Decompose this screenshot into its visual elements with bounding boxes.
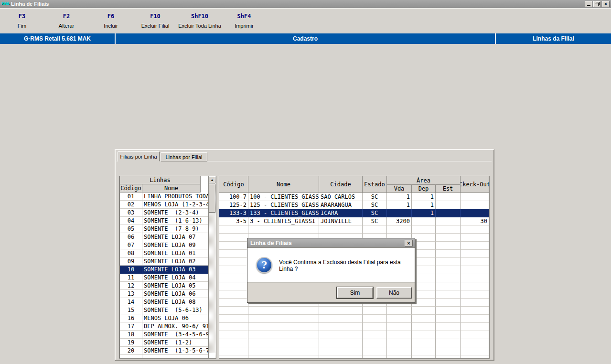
table-cell-codigo [219,250,248,258]
filiais-col-dep: Dep [412,185,436,193]
table-row[interactable]: 09SOMENTE LOJA 02 [120,257,208,266]
sim-button[interactable]: Sim [337,287,373,299]
scrollbar-thumb[interactable] [209,184,215,213]
table-cell-dep: 1 [412,209,436,217]
table-cell-dep [412,331,436,339]
toolbar-item-excluir-toda-linha[interactable]: ShF10 Excluir Toda Linha [177,13,222,29]
close-button[interactable]: × [602,1,610,7]
table-row[interactable]: 15SOMENTE (5-6-13) [120,306,208,314]
window-controls: × [585,1,610,7]
dialog-message: Você Confirma a Exclusão desta Filial pa… [279,248,415,283]
table-row[interactable]: 04SOMENTE (1-6-13) [120,217,208,225]
table-cell-nome [142,355,208,359]
tab-filiais-por-linha[interactable]: Filiais por Linha [118,151,160,161]
table-cell-cidade [319,355,363,359]
table-cell-nome: LINHA PRODUTOS TODA [142,193,208,201]
table-row[interactable]: 14SOMENTE LOJA 08 [120,298,208,306]
table-cell-codigo [219,234,248,242]
table-row[interactable]: 18SOMENTE (3-4-5-6-9- [120,331,208,339]
table-cell-vda [387,307,412,315]
table-row[interactable] [219,331,489,339]
table-row[interactable]: 12SOMENTE LOJA 05 [120,282,208,290]
table-cell-nome [248,307,319,315]
table-row[interactable] [219,225,489,234]
table-row[interactable]: 20SOMENTE (1-3-5-6-7- [120,347,208,355]
table-row[interactable] [219,315,489,323]
scroll-up-button[interactable]: ▲ [209,176,215,183]
table-row[interactable]: 13SOMENTE LOJA 06 [120,290,208,298]
table-row[interactable] [219,323,489,331]
linhas-grid: Linhas Código Nome 01LINHA PRODUTOS TODA… [119,176,209,359]
table-cell-nome: SOMENTE (1-3-5-6-7- [142,347,208,355]
close-icon: × [604,2,607,6]
filiais-col-nome: Nome [248,176,319,193]
table-cell-nome: SOMENTE (5-6-13) [142,306,208,314]
filiais-col-vda: Vda [387,185,412,193]
linhas-col-codigo: Código [120,184,142,193]
table-cell-estado: SC [363,209,387,217]
scroll-up-icon: ▲ [211,178,214,182]
toolbar-item-incluir[interactable]: F6 Incluir [88,13,133,29]
linhas-group-header: Linhas [120,176,201,184]
table-row[interactable] [219,339,489,347]
table-cell-est [436,274,461,282]
function-toolbar: F3 Fim F2 Alterar F6 Incluir F10 Excluir… [0,8,611,32]
table-cell-checkout [461,347,489,355]
action-label: Imprimir [222,23,267,29]
table-row[interactable] [219,347,489,355]
table-cell-checkout [461,250,489,258]
table-cell-codigo [219,242,248,250]
table-cell-vda [387,209,412,217]
app-logo-icon: RMS [1,1,9,7]
table-row[interactable]: 19SOMENTE (1-2) [120,339,208,347]
nao-button[interactable]: Não [376,287,412,299]
table-row[interactable] [219,307,489,315]
table-row[interactable]: 03SOMENTE (2-3-4) [120,209,208,217]
table-row[interactable]: 17DEP ALMOX. 90-6/ 91 [120,322,208,331]
filiais-col-codigo: Código [219,176,248,193]
table-row[interactable]: 125-2125 - CLIENTES_GIASSARARANGUASC11 [219,201,489,209]
table-cell-cidade: ARARANGUA [319,201,363,209]
table-row[interactable]: 01LINHA PRODUTOS TODA [120,193,208,201]
table-cell-checkout [461,225,489,234]
status-header-bar: G-RMS Retail 5.681 MAK Cadastro Linhas d… [0,33,611,44]
table-row[interactable] [219,355,489,359]
table-row[interactable]: 10SOMENTE LOJA 03 [120,266,208,274]
dialog-close-button[interactable]: × [405,240,413,246]
table-row[interactable]: 05SOMENTE (7-8-9) [120,225,208,233]
tab-linhas-por-filial[interactable]: Linhas por Filial [161,152,207,161]
table-row[interactable]: 100-7100 - CLIENTES_GIASSSAO CARLOSSC11 [219,193,489,201]
table-row[interactable] [120,355,208,359]
table-cell-vda: 1 [387,201,412,209]
table-cell-checkout [461,234,489,242]
table-row[interactable]: 06SOMENTE LOJA 07 [120,233,208,241]
table-cell-estado [363,307,387,315]
toolbar-item-imprimir[interactable]: ShF4 Imprimir [222,13,267,29]
table-cell-dep [412,323,436,331]
minimize-button[interactable] [585,1,592,7]
table-cell-codigo [219,307,248,315]
table-cell-codigo: 20 [120,347,142,355]
table-row[interactable]: 11SOMENTE LOJA 04 [120,274,208,282]
fkey-label: F2 [44,13,89,20]
table-cell-codigo [219,315,248,323]
linhas-scrollbar[interactable]: ▲ [209,176,216,359]
table-row[interactable]: 3-53 - CLIENTES_GIASSI :JOINVILLESC32003… [219,217,489,225]
toolbar-item-alterar[interactable]: F2 Alterar [44,13,89,29]
application-window: { "window": { "title": "Linha de Filiais… [0,0,611,364]
table-row[interactable]: 16MENOS LOJA 06 [120,314,208,322]
table-row[interactable]: 08SOMENTE LOJA 01 [120,249,208,257]
table-row[interactable]: 133-3133 - CLIENTES_GIASSICARASC1 [219,209,489,217]
table-cell-codigo: 10 [120,266,142,274]
toolbar-item-fim[interactable]: F3 Fim [0,13,44,29]
table-row[interactable]: 07SOMENTE LOJA 09 [120,241,208,249]
restore-button[interactable] [593,1,601,7]
table-cell-vda: 1 [387,193,412,201]
table-cell-estado: SC [363,201,387,209]
table-row[interactable]: 02MENOS LOJA (1-2-3-4 [120,201,208,209]
fkey-label: F6 [88,13,133,20]
restore-icon [595,3,599,6]
table-cell-est [436,242,461,250]
app-version-label: G-RMS Retail 5.681 MAK [0,33,115,44]
toolbar-item-excluir-filial[interactable]: F10 Excluir Filial [133,13,178,29]
